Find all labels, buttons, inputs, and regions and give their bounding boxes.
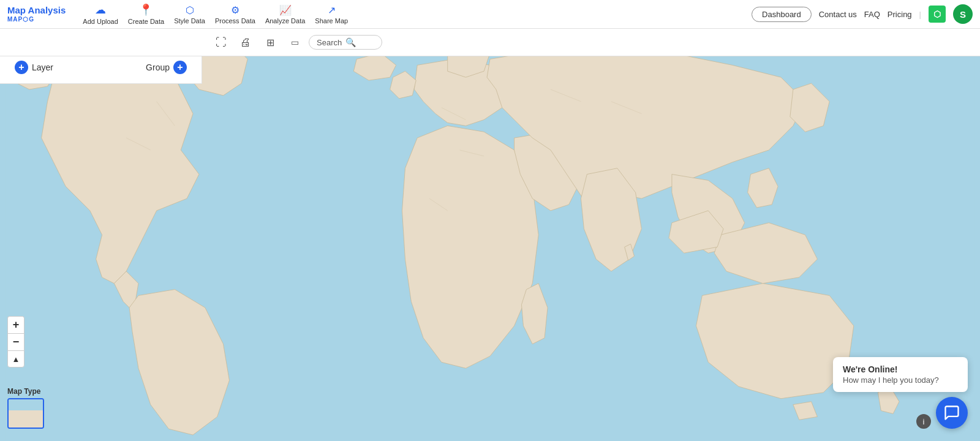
shape-button[interactable]: ▭ <box>284 32 305 53</box>
print-button[interactable]: 🖨 <box>235 32 256 53</box>
info-button[interactable]: i <box>916 414 931 429</box>
chat-online-sub: How may I help you today? <box>843 375 958 385</box>
search-label: Search <box>317 38 342 47</box>
map-type-thumb-inner <box>9 399 43 428</box>
search-box[interactable]: Search 🔍 <box>309 35 382 50</box>
header-right: Dashboard Contact us FAQ Pricing | ⬡ S <box>752 4 973 24</box>
process-data-icon: ⚙ <box>231 4 239 16</box>
map-toolbar: ⛶ 🖨 ⊞ ▭ Search 🔍 <box>0 29 980 56</box>
table-button[interactable]: ⊞ <box>260 32 281 53</box>
dashboard-button[interactable]: Dashboard <box>752 7 812 22</box>
add-group-button[interactable]: Group + <box>141 58 192 77</box>
nav-share-map-label: Share Map <box>315 17 348 24</box>
zoom-out-button[interactable]: − <box>7 333 24 350</box>
nav-analyze-data-label: Analyze Data <box>265 17 305 24</box>
contact-link[interactable]: Contact us <box>819 10 857 19</box>
share-map-icon: ↗ <box>328 4 336 16</box>
nav-add-upload[interactable]: ☁ Add Upload <box>83 3 118 25</box>
nav-style-data[interactable]: ⬡ Style Data <box>174 4 205 24</box>
print-icon: 🖨 <box>240 36 251 49</box>
expand-button[interactable]: ⛶ <box>211 32 232 53</box>
nav-analyze-data[interactable]: 📈 Analyze Data <box>265 4 305 24</box>
layer-panel-actions: + Layer Group + <box>0 52 202 83</box>
map-type-label: Map Type <box>7 387 40 396</box>
header-divider: | <box>919 10 921 19</box>
nav-process-data-label: Process Data <box>215 17 255 24</box>
layer-label: Layer <box>32 62 53 72</box>
user-avatar[interactable]: S <box>953 4 973 24</box>
zoom-in-button[interactable]: + <box>7 316 24 333</box>
add-upload-icon: ☁ <box>95 3 106 17</box>
nav-process-data[interactable]: ⚙ Process Data <box>215 4 255 24</box>
faq-link[interactable]: FAQ <box>864 10 880 19</box>
group-label: Group <box>146 62 170 72</box>
app-title: Map Analysis <box>7 6 66 16</box>
main-nav: ☁ Add Upload 📍 Create Data ⬡ Style Data … <box>78 3 353 25</box>
app-header: Map Analysis MAP⬡G ☁ Add Upload 📍 Create… <box>0 0 980 29</box>
zoom-controls: + − ▲ <box>7 316 24 368</box>
chat-popup: We're Online! How may I help you today? <box>833 357 968 392</box>
zoom-reset-button[interactable]: ▲ <box>7 350 24 368</box>
create-data-icon: 📍 <box>139 3 153 17</box>
nav-style-data-label: Style Data <box>174 17 205 24</box>
logo: Map Analysis MAP⬡G <box>7 6 66 23</box>
chat-online-label: We're Online! <box>843 364 958 374</box>
map-type-section: Map Type <box>7 387 44 429</box>
nav-create-data[interactable]: 📍 Create Data <box>128 3 164 25</box>
style-data-icon: ⬡ <box>186 4 194 16</box>
add-layer-button[interactable]: + Layer <box>10 58 58 77</box>
table-icon: ⊞ <box>266 37 274 48</box>
nav-share-map[interactable]: ↗ Share Map <box>315 4 348 24</box>
nav-create-data-label: Create Data <box>128 18 164 25</box>
user-cube-icon[interactable]: ⬡ <box>929 6 946 23</box>
map-type-thumbnail[interactable] <box>7 398 44 429</box>
analyze-data-icon: 📈 <box>279 4 292 16</box>
pricing-link[interactable]: Pricing <box>888 10 912 19</box>
expand-icon: ⛶ <box>216 36 227 49</box>
nav-add-upload-label: Add Upload <box>83 18 118 25</box>
add-layer-icon: + <box>15 61 28 74</box>
search-icon: 🔍 <box>345 37 356 47</box>
chat-icon <box>943 404 960 421</box>
chat-bubble-button[interactable] <box>936 397 968 429</box>
shape-icon: ▭ <box>291 37 299 47</box>
app-subtitle: MAP⬡G <box>7 16 34 23</box>
add-group-icon: + <box>173 61 187 74</box>
